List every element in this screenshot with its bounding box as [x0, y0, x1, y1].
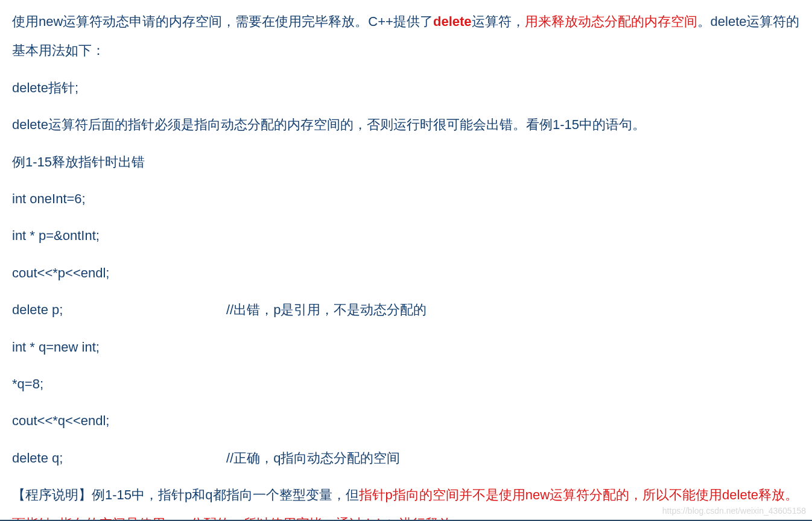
code-line: int * q=new int;: [12, 333, 800, 362]
code-line: *q=8;: [12, 370, 800, 399]
code: delete p;: [12, 295, 226, 324]
highlight-text: 用来释放动态分配的内存空间: [525, 14, 697, 29]
paragraph-explain: delete运算符后面的指针必须是指向动态分配的内存空间的，否则运行时很可能会出…: [12, 110, 800, 139]
comment: //正确，q指向动态分配的空间: [226, 450, 400, 466]
code-line-with-comment: delete q;//正确，q指向动态分配的空间: [12, 444, 800, 473]
example-title: 例1-15释放指针时出错: [12, 148, 800, 177]
paragraph-intro: 使用new运算符动态申请的内存空间，需要在使用完毕释放。C++提供了delete…: [12, 7, 800, 66]
text: 【程序说明】例1-15中，指针p和q都指向一个整型变量，但: [12, 487, 359, 502]
code-line-with-comment: delete p;//出错，p是引用，不是动态分配的: [12, 295, 800, 324]
code: delete q;: [12, 444, 226, 473]
text: 运算符，: [472, 14, 525, 29]
code-line: int * p=&ontInt;: [12, 221, 800, 250]
watermark: https://blog.csdn.net/weixin_43605158: [662, 504, 806, 517]
keyword-delete: delete: [433, 14, 472, 29]
code-line: cout<<*q<<endl;: [12, 406, 800, 435]
code-line: delete指针;: [12, 74, 800, 103]
comment: //出错，p是引用，不是动态分配的: [226, 302, 427, 317]
code-line: int oneInt=6;: [12, 185, 800, 213]
code-line: cout<<*p<<endl;: [12, 259, 800, 288]
text: 使用new运算符动态申请的内存空间，需要在使用完毕释放。C++提供了: [12, 14, 433, 29]
